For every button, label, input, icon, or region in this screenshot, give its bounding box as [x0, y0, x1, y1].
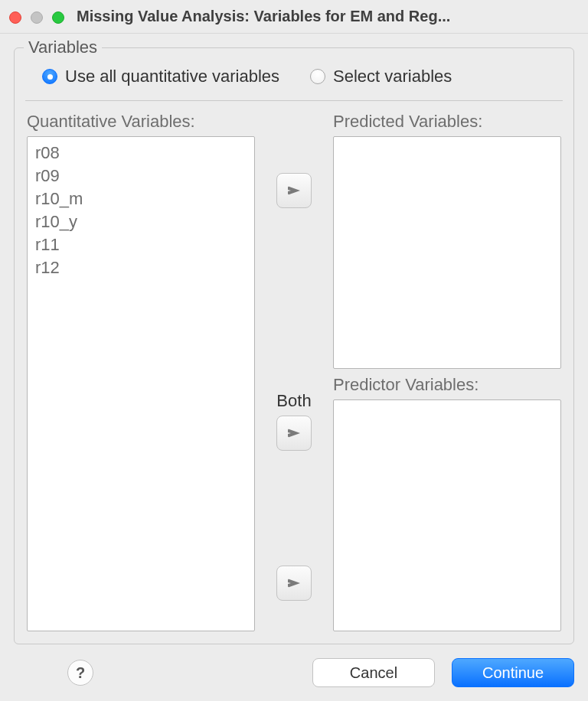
use-all-radio-label: Use all quantitative variables	[65, 67, 279, 86]
minimize-window-button[interactable]	[31, 11, 43, 24]
radio-indicator-checked-icon	[42, 69, 57, 84]
predictor-variables-label: Predictor Variables:	[333, 375, 561, 395]
continue-button[interactable]: Continue	[452, 658, 574, 687]
arrow-right-icon	[285, 181, 303, 200]
use-all-radio[interactable]: Use all quantitative variables	[42, 67, 279, 86]
titlebar: Missing Value Analysis: Variables for EM…	[0, 0, 588, 34]
traffic-lights	[9, 11, 64, 24]
right-column: Predicted Variables: Predictor Variables…	[333, 112, 561, 631]
dialog-content: Variables Use all quantitative variables…	[0, 34, 588, 701]
predicted-box: Predicted Variables:	[333, 112, 561, 369]
transfer-buttons-column: Both	[261, 112, 327, 631]
list-item[interactable]: r10_m	[35, 187, 247, 210]
variable-mode-radio-group: Use all quantitative variables Select va…	[27, 60, 561, 100]
close-window-button[interactable]	[9, 11, 21, 24]
predictor-box: Predictor Variables:	[333, 375, 561, 632]
select-variables-radio-label: Select variables	[333, 67, 452, 86]
dialog-button-bar: ? Cancel Continue	[14, 644, 574, 687]
select-variables-radio[interactable]: Select variables	[310, 67, 452, 86]
help-button[interactable]: ?	[67, 660, 93, 686]
quantitative-variables-listbox[interactable]: r08r09r10_mr10_yr11r12	[27, 136, 255, 631]
move-to-predictor-button[interactable]	[276, 566, 312, 601]
radio-indicator-icon	[310, 69, 325, 84]
list-item[interactable]: r10_y	[35, 210, 247, 233]
predicted-variables-listbox[interactable]	[333, 136, 561, 369]
arrow-right-icon	[285, 574, 303, 592]
list-item[interactable]: r08	[35, 142, 247, 165]
predicted-variables-label: Predicted Variables:	[333, 112, 561, 132]
predictor-variables-listbox[interactable]	[333, 399, 561, 632]
window-title: Missing Value Analysis: Variables for EM…	[77, 8, 579, 25]
arrow-right-icon	[285, 424, 303, 442]
quantitative-variables-label: Quantitative Variables:	[27, 112, 255, 132]
move-to-both-button[interactable]	[276, 416, 312, 451]
zoom-window-button[interactable]	[52, 11, 64, 24]
quantitative-column: Quantitative Variables: r08r09r10_mr10_y…	[27, 112, 255, 631]
list-item[interactable]: r09	[35, 165, 247, 187]
list-item[interactable]: r12	[35, 256, 247, 279]
group-title: Variables	[24, 37, 102, 57]
divider	[25, 100, 563, 101]
move-to-predicted-button[interactable]	[276, 173, 312, 208]
both-transfer-group: Both	[276, 391, 312, 601]
both-label: Both	[276, 391, 311, 411]
variables-group: Variables Use all quantitative variables…	[14, 47, 574, 644]
variable-panels: Quantitative Variables: r08r09r10_mr10_y…	[27, 112, 561, 631]
cancel-button[interactable]: Cancel	[312, 658, 435, 687]
list-item[interactable]: r11	[35, 233, 247, 256]
